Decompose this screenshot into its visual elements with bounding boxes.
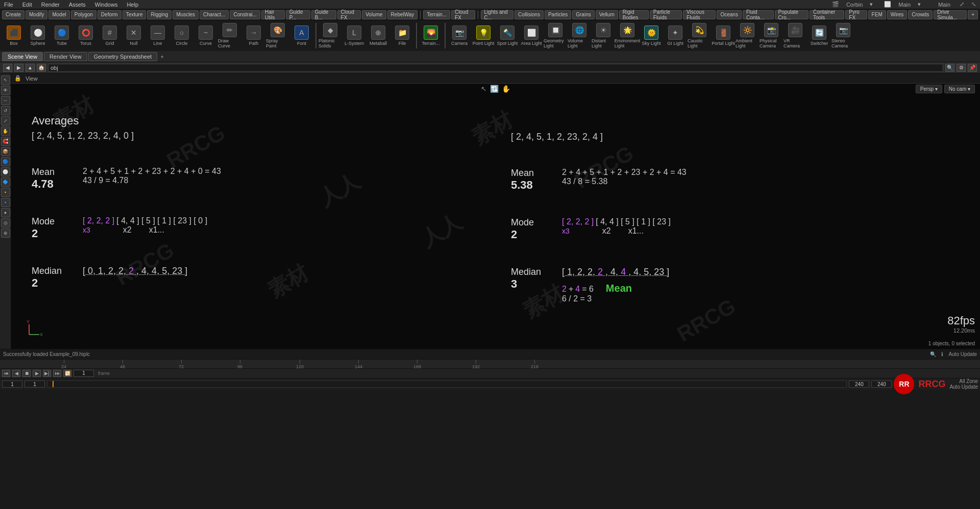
tl-next-frame[interactable]: ▶| (43, 370, 51, 377)
addr-search[interactable]: 🔍 (945, 64, 954, 72)
tab-renderview[interactable]: Render View (44, 52, 87, 61)
tb-rigging[interactable]: Rigging (147, 10, 172, 19)
cam-dropdown[interactable]: No cam ▾ (944, 85, 975, 93)
tool-circle[interactable]: ○ Circle (170, 22, 193, 50)
expand-icon[interactable]: ⤢ (958, 1, 966, 8)
sidebar-obj7[interactable]: ● (1, 208, 10, 217)
tb-plus[interactable]: + (968, 10, 978, 19)
tab-close[interactable]: + (160, 54, 163, 60)
tool-arealight[interactable]: ⬜ Area Light (520, 22, 543, 50)
sidebar-obj6[interactable]: 🔹 (1, 198, 10, 207)
tb-muscles[interactable]: Muscles (173, 10, 199, 19)
menu-windows[interactable]: Windows (93, 2, 120, 8)
tool-camera[interactable]: 📷 Camera (448, 22, 471, 50)
tool-null[interactable]: ✕ Null (122, 22, 145, 50)
menu-assets[interactable]: Assets (67, 2, 88, 8)
tb-create[interactable]: Create (2, 10, 24, 19)
tool-causticlight[interactable]: 💫 Caustic Light (688, 22, 711, 50)
view-tool-orbit[interactable]: 🔃 (490, 85, 499, 93)
menu-render[interactable]: Render (39, 2, 62, 8)
tool-curve[interactable]: ~ Curve (194, 22, 217, 50)
network-dropdown[interactable]: ▾ (916, 1, 923, 8)
tb-oceans[interactable]: Oceans (717, 10, 741, 19)
tool-ambientlight[interactable]: 🔆 Ambient Light (736, 22, 759, 50)
dropdown-icon[interactable]: ▾ (868, 1, 875, 8)
tb-grains[interactable]: Grains (572, 10, 594, 19)
tb-guidep[interactable]: Guide P... (286, 10, 310, 19)
sidebar-select[interactable]: ↖ (1, 75, 10, 85)
tb-fluid[interactable]: Fluid Conta... (743, 10, 774, 19)
tool-portallight[interactable]: 🚪 Portal Light (712, 22, 735, 50)
tool-vrcam[interactable]: 🎥 VR Camera (783, 22, 807, 50)
tool-distantlight[interactable]: ☀ Distant Light (592, 22, 615, 50)
tl-loop[interactable]: 🔁 (63, 370, 71, 377)
tool-physicalcam[interactable]: 📸 Physical Camera (760, 22, 783, 50)
nav-forward[interactable]: ▶ (14, 64, 23, 72)
tb-volume[interactable]: Volume (362, 10, 386, 19)
tool-envlight[interactable]: 🌟 Environment Light (616, 22, 639, 50)
sidebar-scale[interactable]: ⤢ (1, 116, 10, 125)
tb-modify[interactable]: Modify (26, 10, 47, 19)
sidebar-view[interactable]: 👁 (1, 86, 10, 95)
tb-particlefluids[interactable]: Particle Fluids (650, 10, 682, 19)
sidebar-snapping[interactable]: 🧲 (1, 137, 10, 146)
tool-stereocam[interactable]: 📷 Stereo Camera (831, 22, 855, 50)
tool-metaball[interactable]: ⊕ Metaball (366, 22, 390, 50)
tb-lights[interactable]: Lights and C... (481, 10, 514, 19)
tb-polygon[interactable]: Polygon (71, 10, 96, 19)
tb-rebelway[interactable]: RebelWay (387, 10, 418, 19)
tb-rigid[interactable]: Rigid Bodies (619, 10, 649, 19)
tool-gilight[interactable]: ✦ GI Light (664, 22, 687, 50)
tb-pyro[interactable]: Pyro FX (845, 10, 867, 19)
tool-switcher[interactable]: 🔄 Switcher (807, 22, 831, 50)
tool-platonic[interactable]: ◆ Platonic Solids (318, 22, 342, 50)
tool-pointlight[interactable]: 💡 Point Light (472, 22, 495, 50)
tb-fem[interactable]: FEM (868, 10, 886, 19)
tool-spotlight[interactable]: 🔦 Spot Light (496, 22, 519, 50)
tool-terrain[interactable]: 🌄 Terrain... (419, 22, 443, 50)
tb-viscous[interactable]: Viscous Fluids (683, 10, 716, 19)
sidebar-obj9[interactable]: ⊕ (1, 228, 10, 238)
tb-guideb[interactable]: Guide B... (311, 10, 336, 19)
tb-constrain[interactable]: Constrai... (230, 10, 260, 19)
tab-geospreadsheet[interactable]: Geometry Spreadsheet (88, 52, 158, 61)
tl-start-frame[interactable] (2, 380, 22, 388)
tool-font[interactable]: A Font (290, 22, 313, 50)
sidebar-obj8[interactable]: ◎ (1, 218, 10, 227)
tl-prev-frame[interactable]: ◀ (12, 370, 20, 377)
nav-home[interactable]: 🏠 (37, 64, 46, 72)
tb-cloudfx[interactable]: Cloud FX (337, 10, 361, 19)
tb-container[interactable]: Container Tools (810, 10, 844, 19)
tool-tube[interactable]: 🔵 Tube (50, 22, 74, 50)
view-tool-pan[interactable]: ✋ (502, 85, 510, 93)
tool-sphere[interactable]: ⚪ Sphere (26, 22, 50, 50)
sidebar-obj4[interactable]: 🔷 (1, 177, 10, 187)
tool-volumelight[interactable]: 🌐 Volume Light (568, 22, 591, 50)
menu-file[interactable]: File (2, 2, 15, 8)
tool-lsystem[interactable]: L L-System (342, 22, 366, 50)
timeline-track[interactable] (47, 380, 847, 388)
tb-vellum[interactable]: Vellum (596, 10, 618, 19)
menu-help[interactable]: Help (125, 2, 140, 8)
tab-sceneview[interactable]: Scene View (2, 52, 43, 61)
tl-stop[interactable]: ⏹ (22, 370, 31, 377)
tb-cloudfx2[interactable]: Cloud FX (451, 10, 475, 19)
view-tool-select[interactable]: ↖ (481, 85, 487, 93)
tool-box[interactable]: ⬛ Box (2, 22, 26, 50)
addr-settings[interactable]: ⚙ (957, 64, 966, 72)
tool-spraypaint[interactable]: 🎨 Spray Paint (266, 22, 289, 50)
tb-model[interactable]: Model (48, 10, 69, 19)
tb-particles[interactable]: Particles (545, 10, 571, 19)
tool-grid[interactable]: # Grid (98, 22, 121, 50)
addr-pin[interactable]: 📌 (968, 64, 977, 72)
tool-line[interactable]: — Line (146, 22, 169, 50)
sidebar-transform[interactable]: ↔ (1, 96, 10, 105)
tool-file[interactable]: 📁 File (390, 22, 414, 50)
auto-update[interactable]: Auto Update (948, 351, 977, 357)
tl-skip-end[interactable]: ⏭ (53, 370, 61, 377)
tool-skylight[interactable]: 🌞 Sky Light (640, 22, 663, 50)
tb-hairutils[interactable]: Hair Utils (261, 10, 285, 19)
tb-deform[interactable]: Deform (97, 10, 121, 19)
tl-skip-start[interactable]: ⏮ (2, 370, 10, 377)
tb-drive[interactable]: Drive Simula... (934, 10, 967, 19)
